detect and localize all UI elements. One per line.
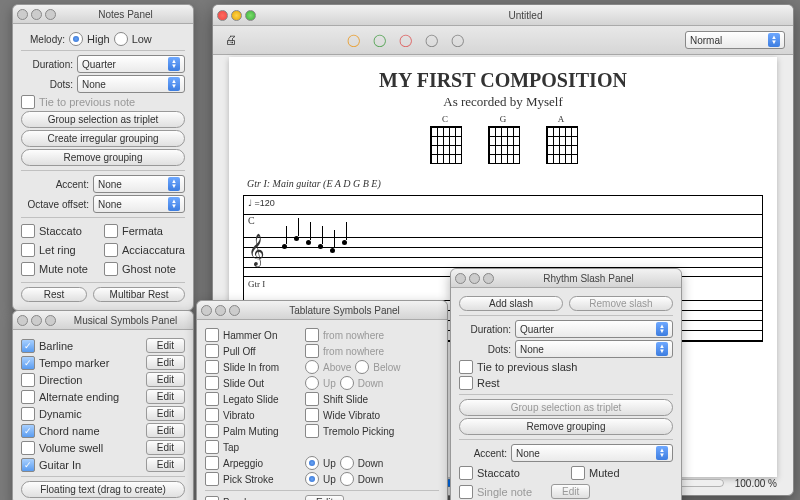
close-icon[interactable] bbox=[455, 273, 466, 284]
minimize-icon[interactable] bbox=[215, 305, 226, 316]
symbol-checkbox[interactable] bbox=[21, 424, 35, 438]
accent-select[interactable]: None▲▼ bbox=[93, 175, 185, 193]
nowhere-checkbox[interactable] bbox=[305, 328, 319, 342]
zoom-icon[interactable] bbox=[483, 273, 494, 284]
minimize-icon[interactable] bbox=[231, 10, 242, 21]
duration-select[interactable]: Quarter▲▼ bbox=[77, 55, 185, 73]
duration-select[interactable]: Quarter▲▼ bbox=[515, 320, 673, 338]
acciaccatura-checkbox[interactable] bbox=[104, 243, 118, 257]
edit-button[interactable]: Edit bbox=[146, 440, 185, 455]
legato-checkbox[interactable] bbox=[205, 392, 219, 406]
group-irregular-button[interactable]: Create irregular grouping bbox=[21, 130, 185, 147]
minimize-icon[interactable] bbox=[469, 273, 480, 284]
pulloff-checkbox[interactable] bbox=[205, 344, 219, 358]
letring-checkbox[interactable] bbox=[21, 243, 35, 257]
tool-button-2[interactable]: ◯ bbox=[369, 30, 389, 50]
edit-button[interactable]: Edit bbox=[146, 423, 185, 438]
doc-titlebar[interactable]: Untitled bbox=[213, 5, 793, 26]
close-icon[interactable] bbox=[201, 305, 212, 316]
staccato-checkbox[interactable] bbox=[459, 466, 473, 480]
ghostnote-checkbox[interactable] bbox=[104, 262, 118, 276]
singlenote-checkbox[interactable] bbox=[459, 485, 473, 499]
melody-high-radio[interactable] bbox=[69, 32, 83, 46]
zoom-select[interactable]: Normal▲▼ bbox=[685, 31, 785, 49]
remove-grouping-button[interactable]: Remove grouping bbox=[21, 149, 185, 166]
panel-titlebar[interactable]: Rhythm Slash Panel bbox=[451, 269, 681, 288]
tool-button-1[interactable]: ◯ bbox=[343, 30, 363, 50]
tap-checkbox[interactable] bbox=[205, 440, 219, 454]
up-radio[interactable] bbox=[305, 472, 319, 486]
minimize-icon[interactable] bbox=[31, 315, 42, 326]
muted-checkbox[interactable] bbox=[571, 466, 585, 480]
zoom-icon[interactable] bbox=[45, 9, 56, 20]
rest-checkbox[interactable] bbox=[459, 376, 473, 390]
group-triplet-button[interactable]: Group selection as triplet bbox=[21, 111, 185, 128]
close-icon[interactable] bbox=[217, 10, 228, 21]
close-icon[interactable] bbox=[17, 9, 28, 20]
tie-checkbox[interactable] bbox=[459, 360, 473, 374]
melody-low-radio[interactable] bbox=[114, 32, 128, 46]
tremolo-checkbox[interactable] bbox=[305, 424, 319, 438]
tool-button-3[interactable]: ◯ bbox=[395, 30, 415, 50]
panel-titlebar[interactable]: Musical Symbols Panel bbox=[13, 311, 193, 330]
zoom-icon[interactable] bbox=[245, 10, 256, 21]
floating-text-button[interactable]: Floating text (drag to create) bbox=[21, 481, 185, 498]
arpeggio-checkbox[interactable] bbox=[205, 456, 219, 470]
mutenote-checkbox[interactable] bbox=[21, 262, 35, 276]
tie-checkbox[interactable] bbox=[21, 95, 35, 109]
panel-titlebar[interactable]: Notes Panel bbox=[13, 5, 193, 24]
rest-button[interactable]: Rest bbox=[21, 287, 87, 302]
add-slash-button[interactable]: Add slash bbox=[459, 296, 563, 311]
staccato-checkbox[interactable] bbox=[21, 224, 35, 238]
palm-checkbox[interactable] bbox=[205, 424, 219, 438]
vibrato-checkbox[interactable] bbox=[205, 408, 219, 422]
up-radio[interactable] bbox=[305, 376, 319, 390]
edit-button[interactable]: Edit bbox=[146, 338, 185, 353]
print-icon[interactable]: 🖨 bbox=[221, 30, 241, 50]
edit-button[interactable]: Edit bbox=[146, 389, 185, 404]
minimize-icon[interactable] bbox=[31, 9, 42, 20]
pickstroke-checkbox[interactable] bbox=[205, 472, 219, 486]
hammer-checkbox[interactable] bbox=[205, 328, 219, 342]
edit-button[interactable]: Edit bbox=[305, 495, 344, 500]
symbol-checkbox[interactable] bbox=[21, 339, 35, 353]
edit-button[interactable]: Edit bbox=[146, 372, 185, 387]
tool-button-4[interactable]: ◯ bbox=[421, 30, 441, 50]
accent-select[interactable]: None▲▼ bbox=[511, 444, 673, 462]
dots-select[interactable]: None▲▼ bbox=[77, 75, 185, 93]
symbol-checkbox[interactable] bbox=[21, 356, 35, 370]
symbol-checkbox[interactable] bbox=[21, 407, 35, 421]
panel-titlebar[interactable]: Tablature Symbols Panel bbox=[197, 301, 447, 320]
bend-checkbox[interactable] bbox=[205, 496, 219, 501]
nowhere-checkbox[interactable] bbox=[305, 344, 319, 358]
widevib-checkbox[interactable] bbox=[305, 408, 319, 422]
octave-select[interactable]: None▲▼ bbox=[93, 195, 185, 213]
remove-slash-button[interactable]: Remove slash bbox=[569, 296, 673, 311]
fermata-checkbox[interactable] bbox=[104, 224, 118, 238]
slideout-checkbox[interactable] bbox=[205, 376, 219, 390]
dots-select[interactable]: None▲▼ bbox=[515, 340, 673, 358]
edit-button[interactable]: Edit bbox=[146, 457, 185, 472]
zoom-icon[interactable] bbox=[45, 315, 56, 326]
multibar-rest-button[interactable]: Multibar Rest bbox=[93, 287, 185, 302]
above-radio[interactable] bbox=[305, 360, 319, 374]
symbol-checkbox[interactable] bbox=[21, 373, 35, 387]
slidein-checkbox[interactable] bbox=[205, 360, 219, 374]
close-icon[interactable] bbox=[17, 315, 28, 326]
symbol-checkbox[interactable] bbox=[21, 390, 35, 404]
below-radio[interactable] bbox=[355, 360, 369, 374]
down-radio[interactable] bbox=[340, 472, 354, 486]
edit-button[interactable]: Edit bbox=[146, 406, 185, 421]
zoom-icon[interactable] bbox=[229, 305, 240, 316]
symbol-checkbox[interactable] bbox=[21, 458, 35, 472]
remove-grouping-button[interactable]: Remove grouping bbox=[459, 418, 673, 435]
tool-button-5[interactable]: ◯ bbox=[447, 30, 467, 50]
edit-button[interactable]: Edit bbox=[551, 484, 590, 499]
edit-button[interactable]: Edit bbox=[146, 355, 185, 370]
up-radio[interactable] bbox=[305, 456, 319, 470]
down-radio[interactable] bbox=[340, 376, 354, 390]
shift-checkbox[interactable] bbox=[305, 392, 319, 406]
down-radio[interactable] bbox=[340, 456, 354, 470]
group-triplet-button[interactable]: Group selection as triplet bbox=[459, 399, 673, 416]
symbol-checkbox[interactable] bbox=[21, 441, 35, 455]
